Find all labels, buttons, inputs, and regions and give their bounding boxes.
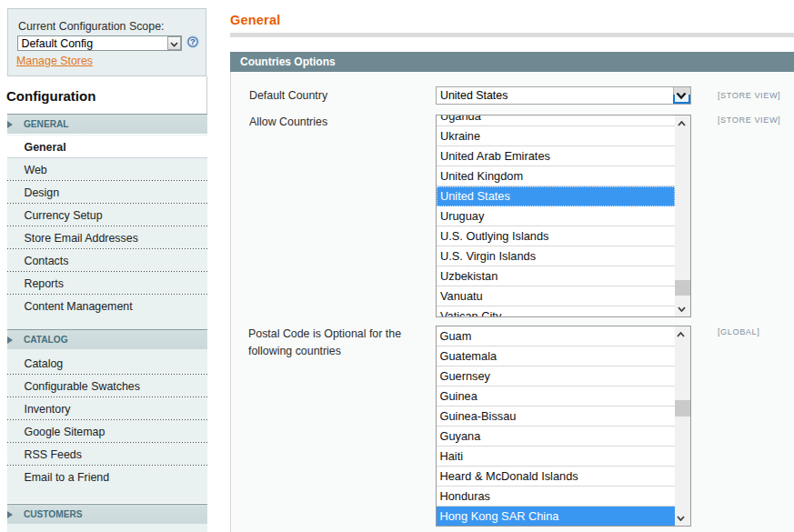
svg-text:?: ? — [190, 36, 196, 46]
